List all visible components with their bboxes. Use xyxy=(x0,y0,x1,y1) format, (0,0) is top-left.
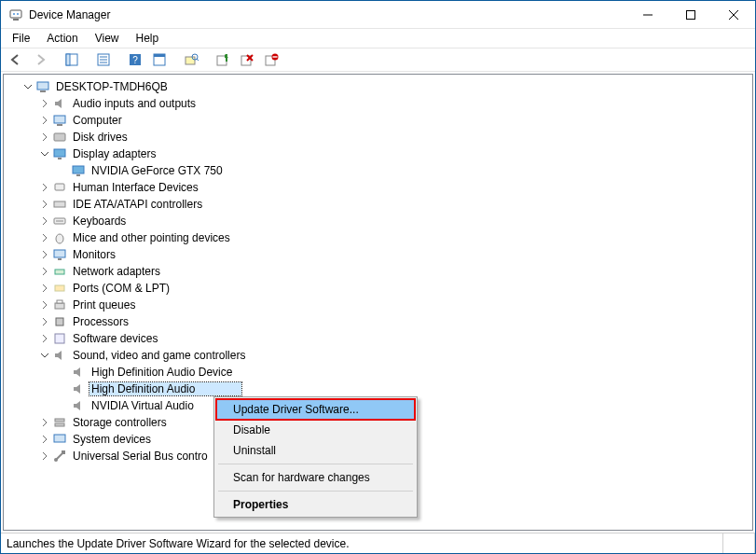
disk-icon xyxy=(52,130,67,145)
tree-item-disk[interactable]: Disk drives xyxy=(4,129,752,145)
svg-rect-27 xyxy=(273,56,278,57)
chevron-right-icon[interactable] xyxy=(37,298,52,312)
context-properties[interactable]: Properties xyxy=(216,494,415,515)
speaker-icon xyxy=(71,381,86,396)
menu-action[interactable]: Action xyxy=(39,31,85,46)
chevron-right-icon[interactable] xyxy=(37,432,52,447)
disable-button[interactable] xyxy=(260,49,282,70)
tree-item-ports[interactable]: Ports (COM & LPT) xyxy=(4,280,752,297)
update-driver-button[interactable] xyxy=(212,49,234,70)
tree-root[interactable]: DESKTOP-TMDH6QB xyxy=(4,78,752,95)
chevron-right-icon[interactable] xyxy=(37,214,52,229)
computer-icon xyxy=(35,79,50,94)
chevron-right-icon[interactable] xyxy=(37,230,52,245)
menu-file[interactable]: File xyxy=(5,31,37,46)
mouse-icon xyxy=(52,230,67,245)
menu-help[interactable]: Help xyxy=(129,31,167,46)
svg-point-3 xyxy=(17,13,19,15)
device-tree[interactable]: DESKTOP-TMDH6QB Audio inputs and outputs… xyxy=(3,74,753,531)
speaker-icon xyxy=(52,348,67,363)
chevron-right-icon[interactable] xyxy=(37,264,52,279)
tree-item-gpu[interactable]: NVIDIA GeForce GTX 750 xyxy=(4,162,752,179)
storage-icon xyxy=(52,415,67,430)
context-scan[interactable]: Scan for hardware changes xyxy=(216,467,415,488)
minimize-button[interactable] xyxy=(626,1,669,29)
chevron-right-icon[interactable] xyxy=(37,197,52,212)
tree-item-keyboards[interactable]: Keyboards xyxy=(4,213,752,229)
chevron-right-icon[interactable] xyxy=(37,415,52,430)
action-placeholder-button[interactable] xyxy=(148,49,171,70)
svg-rect-17 xyxy=(154,54,165,57)
menu-view[interactable]: View xyxy=(88,31,127,46)
system-icon xyxy=(52,432,67,447)
uninstall-button[interactable] xyxy=(236,49,258,70)
tree-item-hid[interactable]: Human Interface Devices xyxy=(4,179,752,196)
tree-item-hda-selected[interactable]: High Definition Audio xyxy=(4,381,752,397)
tree-item-ide[interactable]: IDE ATA/ATAPI controllers xyxy=(4,196,752,213)
speaker-icon xyxy=(71,398,86,413)
context-update-driver[interactable]: Update Driver Software... xyxy=(216,399,415,420)
tree-item-computer[interactable]: Computer xyxy=(4,112,752,129)
keyboard-icon xyxy=(52,214,67,229)
tree-item-audio-io[interactable]: Audio inputs and outputs xyxy=(4,95,752,112)
svg-rect-45 xyxy=(55,285,64,291)
menubar: File Action View Help xyxy=(1,29,755,48)
chevron-down-icon[interactable] xyxy=(37,146,52,161)
svg-rect-37 xyxy=(55,184,64,190)
svg-rect-35 xyxy=(73,166,84,173)
chevron-right-icon[interactable] xyxy=(37,314,52,329)
tree-item-mice[interactable]: Mice and other pointing devices xyxy=(4,229,752,246)
speaker-icon xyxy=(71,365,86,380)
svg-rect-0 xyxy=(10,10,21,18)
chevron-right-icon[interactable] xyxy=(37,96,52,111)
tree-item-network[interactable]: Network adapters xyxy=(4,263,752,280)
close-button[interactable] xyxy=(712,1,755,29)
context-disable[interactable]: Disable xyxy=(216,420,415,440)
chevron-right-icon[interactable] xyxy=(37,331,52,346)
help-button[interactable]: ? xyxy=(124,49,146,70)
tree-item-sound[interactable]: Sound, video and game controllers xyxy=(4,347,752,364)
statusbar: Launches the Update Driver Software Wiza… xyxy=(1,533,755,553)
context-menu: Update Driver Software... Disable Uninst… xyxy=(213,396,418,518)
svg-rect-28 xyxy=(37,82,48,90)
svg-point-41 xyxy=(56,234,63,243)
printer-icon xyxy=(52,298,67,312)
forward-button[interactable] xyxy=(29,49,51,70)
chevron-down-icon[interactable] xyxy=(37,348,52,363)
chevron-right-icon[interactable] xyxy=(37,130,52,145)
window-title: Device Manager xyxy=(29,8,626,21)
scan-hardware-button[interactable] xyxy=(180,49,202,70)
svg-rect-32 xyxy=(54,133,65,141)
svg-rect-47 xyxy=(57,300,62,303)
chevron-right-icon[interactable] xyxy=(37,247,52,262)
maximize-button[interactable] xyxy=(669,1,712,29)
tree-item-display[interactable]: Display adapters xyxy=(4,145,752,162)
chevron-right-icon[interactable] xyxy=(37,180,52,195)
svg-rect-9 xyxy=(66,54,70,65)
tree-item-processors[interactable]: Processors xyxy=(4,313,752,330)
properties-button[interactable] xyxy=(92,49,115,70)
tree-item-printq[interactable]: Print queues xyxy=(4,297,752,313)
status-spacer xyxy=(723,533,755,553)
display-icon xyxy=(52,146,67,161)
ide-icon xyxy=(52,197,67,212)
chevron-right-icon[interactable] xyxy=(37,449,52,464)
svg-rect-49 xyxy=(55,334,64,343)
content-area: DESKTOP-TMDH6QB Audio inputs and outputs… xyxy=(1,72,755,533)
back-button[interactable] xyxy=(5,49,27,70)
chevron-right-icon[interactable] xyxy=(37,281,52,296)
svg-rect-54 xyxy=(62,450,65,454)
expander-icon[interactable] xyxy=(21,79,35,94)
chevron-right-icon[interactable] xyxy=(37,113,52,128)
tree-item-hda-device[interactable]: High Definition Audio Device xyxy=(4,364,752,381)
show-hide-tree-button[interactable] xyxy=(61,49,83,70)
context-uninstall[interactable]: Uninstall xyxy=(216,440,415,461)
svg-rect-52 xyxy=(54,435,65,442)
svg-rect-51 xyxy=(55,423,64,426)
tree-item-softdev[interactable]: Software devices xyxy=(4,330,752,347)
menu-separator xyxy=(218,491,413,492)
network-icon xyxy=(52,264,67,279)
hid-icon xyxy=(52,180,67,195)
tree-item-monitors[interactable]: Monitors xyxy=(4,246,752,263)
port-icon xyxy=(52,281,67,296)
